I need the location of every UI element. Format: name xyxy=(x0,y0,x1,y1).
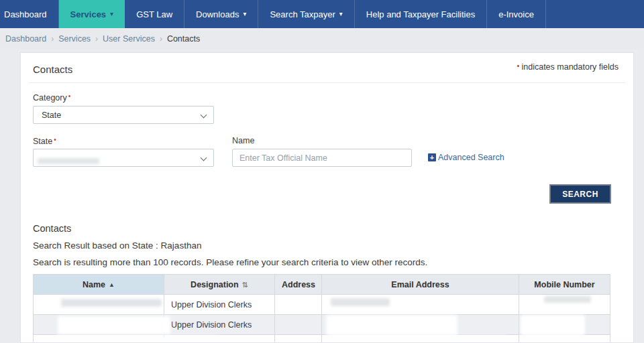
nav-item-search-taxpayer[interactable]: Search Taxpayer ▾ xyxy=(258,0,354,28)
nav-item-gst-law[interactable]: GST Law xyxy=(125,0,184,28)
nav-item-label: Downloads xyxy=(196,9,239,19)
contacts-card: Contacts •indicates mandatory fields Cat… xyxy=(20,52,634,343)
nav-item-label: Help and Taxpayer Facilities xyxy=(366,9,475,19)
title-divider xyxy=(29,82,625,83)
redacted-email-row2 xyxy=(328,317,455,334)
required-dot-icon: • xyxy=(68,92,71,100)
breadcrumb-separator: › xyxy=(51,34,54,44)
breadcrumb-separator: › xyxy=(95,34,98,44)
required-dot-icon: • xyxy=(54,136,56,143)
nav-item-label: Services xyxy=(70,9,107,19)
redacted-email-row3 xyxy=(331,338,506,343)
nav-item-downloads[interactable]: Downloads ▾ xyxy=(184,0,258,28)
redacted-mobile-row2 xyxy=(523,317,583,334)
advanced-search-link[interactable]: + Advanced Search xyxy=(428,153,504,162)
caret-down-icon: ▾ xyxy=(339,11,343,17)
nav-item-e-invoice[interactable]: e-Invoice xyxy=(487,0,546,28)
cell-designation: Upper Division Clerks xyxy=(164,295,275,315)
sort-ascending-icon: ▲ xyxy=(109,281,115,288)
nav-item-label: Dashboard xyxy=(4,9,47,19)
breadcrumb: Dashboard › Services › User Services › C… xyxy=(0,28,644,49)
redacted-state-value xyxy=(38,158,99,164)
results-note: Search is resulting more than 100 record… xyxy=(33,257,427,267)
nav-item-label: Search Taxpayer xyxy=(270,9,335,19)
contacts-table: Name▲ Designation⇅ Address Email Address… xyxy=(33,274,610,343)
cell-designation: Upper Division Clerks xyxy=(164,315,275,335)
breadcrumb-link-services[interactable]: Services xyxy=(58,34,91,44)
caret-down-icon: ▾ xyxy=(110,11,113,17)
column-header-email: Email Address xyxy=(322,275,519,295)
nav-item-services[interactable]: Services ▾ xyxy=(59,0,125,28)
mandatory-dot-icon: • xyxy=(517,62,520,70)
category-select[interactable]: State xyxy=(33,106,214,124)
results-summary: Search Result based on State : Rajasthan xyxy=(33,241,201,251)
category-select-value: State xyxy=(42,111,61,120)
nav-item-help-taxpayer-facilities[interactable]: Help and Taxpayer Facilities xyxy=(355,0,487,28)
top-navbar: Dashboard Services ▾ GST Law Downloads ▾… xyxy=(0,0,644,28)
cell-address xyxy=(275,335,322,343)
state-select[interactable] xyxy=(33,149,214,167)
nav-item-dashboard[interactable]: Dashboard xyxy=(0,0,59,28)
cell-address xyxy=(275,315,322,335)
chevron-down-icon xyxy=(201,112,207,119)
name-label: Name xyxy=(232,136,254,145)
mandatory-fields-note: •indicates mandatory fields xyxy=(517,62,619,72)
state-label: State• xyxy=(33,136,58,146)
chevron-down-icon xyxy=(201,155,207,161)
results-section-title: Contacts xyxy=(33,223,71,234)
column-header-mobile: Mobile Number xyxy=(519,275,610,295)
advanced-search-label: Advanced Search xyxy=(438,153,504,162)
table-header-row: Name▲ Designation⇅ Address Email Address… xyxy=(34,275,610,295)
mandatory-note-text: indicates mandatory fields xyxy=(521,62,619,72)
breadcrumb-separator: › xyxy=(160,34,162,44)
column-header-name[interactable]: Name▲ xyxy=(34,275,164,295)
redacted-name-row2 xyxy=(60,318,168,332)
name-input[interactable] xyxy=(232,149,412,167)
breadcrumb-link-dashboard[interactable]: Dashboard xyxy=(5,34,46,44)
redacted-name-row1 xyxy=(61,299,162,307)
redacted-mobile-row3 xyxy=(524,338,581,343)
caret-down-icon: ▾ xyxy=(243,11,246,17)
cell-address xyxy=(275,295,322,315)
page-title: Contacts xyxy=(33,64,72,75)
category-label: Category• xyxy=(33,92,72,102)
search-button[interactable]: SEARCH xyxy=(549,184,611,204)
redacted-email-row1 xyxy=(331,298,390,306)
column-header-address: Address xyxy=(275,275,322,295)
breadcrumb-link-user-services[interactable]: User Services xyxy=(103,34,155,44)
redacted-mobile-row1 xyxy=(544,296,591,303)
redacted-name-row3 xyxy=(57,338,218,343)
column-header-designation[interactable]: Designation⇅ xyxy=(164,275,275,295)
plus-icon: + xyxy=(428,153,436,161)
nav-item-label: GST Law xyxy=(136,9,172,19)
breadcrumb-current: Contacts xyxy=(167,34,200,44)
nav-item-label: e-Invoice xyxy=(498,9,534,19)
sort-icon: ⇅ xyxy=(242,281,248,289)
